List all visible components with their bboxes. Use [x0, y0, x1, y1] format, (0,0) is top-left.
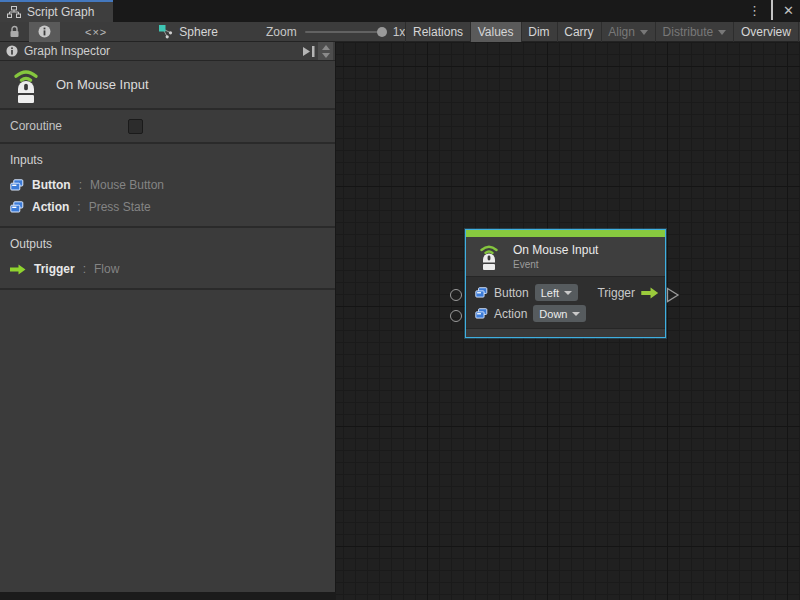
node-row-action: Action Down — [466, 303, 665, 324]
outputs-title: Outputs — [10, 237, 325, 251]
inspector-scroll-stepper — [318, 42, 333, 60]
toolbar-button-values[interactable]: Values — [471, 22, 521, 42]
scroll-up-icon[interactable] — [322, 45, 330, 50]
input-row-action: Action : Press State — [10, 200, 325, 214]
inspector-header: Graph Inspector — [0, 42, 335, 61]
node-body: Button Left Trigger Actio — [466, 277, 665, 328]
scroll-down-icon[interactable] — [322, 53, 330, 58]
coroutine-row: Coroutine — [0, 110, 335, 144]
inspector-title: Graph Inspector — [24, 44, 110, 58]
toolbar-button-relations[interactable]: Relations — [406, 22, 470, 42]
outputs-section: Outputs Trigger : Flow — [0, 228, 335, 290]
flow-arrow-icon[interactable] — [641, 287, 659, 299]
unit-title: On Mouse Input — [56, 77, 149, 92]
node-subtitle: Event — [513, 259, 598, 270]
lock-button[interactable] — [0, 22, 29, 42]
panel-bottom-edge — [0, 592, 336, 600]
title-bar: Script Graph ⋮ ✕ — [0, 0, 800, 22]
script-graph-icon — [7, 6, 21, 18]
input-port-action[interactable] — [450, 310, 462, 322]
window-close-icon[interactable]: ✕ — [783, 0, 794, 22]
lock-icon — [9, 25, 20, 38]
mouse-event-icon — [10, 67, 42, 103]
object-port-icon — [475, 308, 488, 319]
inspector-toggle-button[interactable] — [29, 22, 60, 42]
graph-canvas[interactable]: On Mouse Input Event Button Left Trigger — [336, 42, 800, 600]
input-row-button: Button : Mouse Button — [10, 178, 325, 192]
coroutine-checkbox[interactable] — [128, 119, 143, 134]
object-port-icon — [10, 179, 24, 191]
tab-script-graph[interactable]: Script Graph — [0, 0, 113, 22]
edit-script-button[interactable]: <×> — [76, 22, 116, 42]
breadcrumb[interactable]: Sphere — [130, 24, 228, 39]
toolbar-button-align[interactable]: Align — [601, 22, 655, 42]
inputs-title: Inputs — [10, 153, 325, 167]
window-maximize-icon[interactable] — [771, 2, 773, 20]
unit-header: On Mouse Input — [0, 61, 335, 110]
tab-title: Script Graph — [27, 5, 94, 19]
toolbar-button-distribute[interactable]: Distribute — [656, 22, 734, 42]
node-footer — [466, 328, 665, 337]
node-color-bar — [466, 230, 665, 237]
code-icon: <×> — [85, 26, 107, 38]
object-port-icon — [475, 287, 488, 298]
node-title: On Mouse Input — [513, 243, 598, 257]
info-icon — [38, 25, 51, 38]
zoom-slider-handle[interactable] — [377, 27, 387, 37]
chevron-down-icon — [564, 291, 572, 295]
output-port-trigger[interactable] — [666, 287, 680, 303]
inputs-section: Inputs Button : Mouse Button Action : Pr… — [0, 144, 335, 228]
zoom-slider[interactable] — [305, 31, 385, 33]
output-row-trigger: Trigger : Flow — [10, 262, 325, 276]
dock-panel-icon[interactable] — [302, 45, 316, 58]
graph-toolbar: <×> Sphere Zoom 1x Relations Values Dim … — [0, 22, 800, 42]
toolbar-button-dim[interactable]: Dim — [521, 22, 556, 42]
info-icon — [6, 45, 18, 57]
node-on-mouse-input[interactable]: On Mouse Input Event Button Left Trigger — [465, 229, 666, 338]
toolbar-button-carry[interactable]: Carry — [557, 22, 600, 42]
button-value-dropdown[interactable]: Left — [535, 284, 578, 301]
mouse-event-icon — [477, 243, 501, 270]
window-menu-icon[interactable]: ⋮ — [748, 0, 761, 22]
chevron-down-icon — [640, 30, 648, 35]
chevron-down-icon — [718, 30, 726, 35]
zoom-value: 1x — [393, 25, 406, 39]
action-value-dropdown[interactable]: Down — [533, 305, 586, 322]
input-port-button[interactable] — [450, 289, 462, 301]
graph-owner-icon — [158, 24, 173, 39]
node-header: On Mouse Input Event — [466, 237, 665, 277]
object-port-icon — [10, 201, 24, 213]
graph-inspector-panel: Graph Inspector On Mouse Input Coroutine… — [0, 42, 336, 592]
toolbar-button-overview[interactable]: Overview — [734, 22, 798, 42]
node-row-button: Button Left Trigger — [466, 282, 665, 303]
chevron-down-icon — [572, 312, 580, 316]
zoom-label: Zoom — [266, 25, 297, 39]
breadcrumb-label: Sphere — [179, 25, 218, 39]
coroutine-label: Coroutine — [10, 119, 62, 133]
trigger-port-label: Trigger — [597, 286, 635, 300]
flow-arrow-icon — [10, 264, 26, 275]
